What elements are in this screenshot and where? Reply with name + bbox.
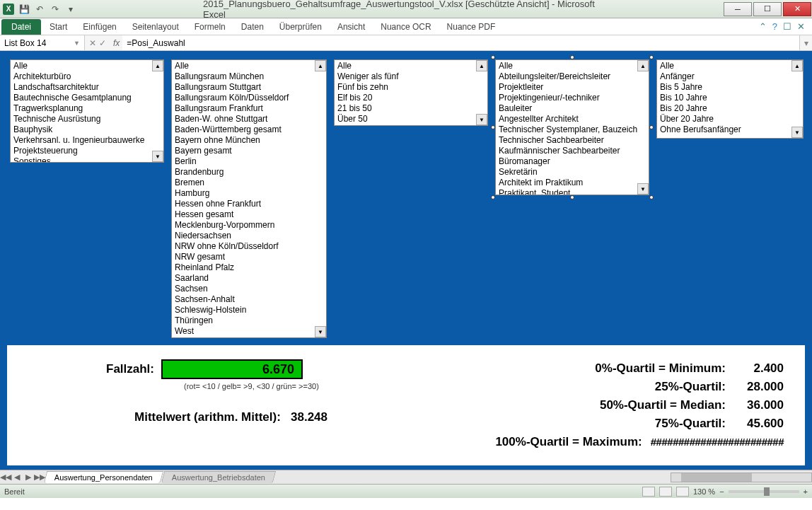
list-item[interactable]: Baden-Württemberg gesamt	[173, 124, 325, 135]
list-item[interactable]: Bis 10 Jahre	[659, 93, 801, 103]
scroll-up-icon[interactable]: ▲	[476, 60, 487, 71]
name-box[interactable]: List Box 14 ▼	[0, 35, 85, 50]
list-item[interactable]: Sachsen-Anhalt	[173, 294, 325, 305]
list-item[interactable]: Projektingenieur/-techniker	[497, 93, 647, 103]
tab-nuance-pdf[interactable]: Nuance PDF	[440, 19, 503, 35]
help-icon[interactable]: ?	[772, 21, 777, 32]
list-item[interactable]: Alle	[336, 61, 486, 71]
list-item[interactable]: Tragwerksplanung	[12, 103, 162, 114]
undo-icon[interactable]: ↶	[34, 4, 45, 15]
fx-icon[interactable]: fx	[110, 38, 122, 48]
list-item[interactable]: Über 50	[336, 114, 486, 124]
list-item[interactable]: Rheinland Pfalz	[173, 262, 325, 273]
scroll-up-icon[interactable]: ▲	[791, 60, 803, 71]
list-item[interactable]: Architekturbüro	[12, 71, 162, 82]
list-item[interactable]: Niedersachsen	[173, 231, 325, 241]
list-item[interactable]: 21 bis 50	[336, 103, 486, 114]
sheet-tab-betriebsdaten[interactable]: Auswertung_Betriebsdaten	[161, 471, 277, 483]
list-item[interactable]: Mecklenburg-Vorpommern	[173, 220, 325, 231]
name-box-dropdown-icon[interactable]: ▼	[74, 40, 80, 47]
zoom-slider[interactable]	[729, 490, 799, 493]
list-item[interactable]: Projektleiter	[497, 82, 647, 93]
page-layout-view-icon[interactable]	[659, 487, 672, 497]
list-item[interactable]: Bauphysik	[12, 124, 162, 135]
listbox-groesse[interactable]: AlleWeniger als fünfFünf bis zehnElf bis…	[334, 59, 488, 126]
list-item[interactable]: Weniger als fünf	[336, 71, 486, 82]
list-item[interactable]: Saarland	[173, 273, 325, 284]
close-button[interactable]: ✕	[783, 2, 811, 16]
list-item[interactable]: Anfänger	[659, 71, 801, 82]
list-item[interactable]: Büromanager	[497, 156, 647, 167]
tab-daten[interactable]: Daten	[234, 19, 271, 35]
prev-sheet-icon[interactable]: ◀	[11, 473, 23, 482]
list-item[interactable]: Alle	[12, 61, 162, 71]
list-item[interactable]: Ballungsraum Köln/Düsseldorf	[173, 93, 325, 103]
list-item[interactable]: Bis 5 Jahre	[659, 82, 801, 93]
list-item[interactable]: Ohne Berufsanfänger	[659, 124, 801, 135]
tab-start[interactable]: Start	[42, 19, 74, 35]
tab-ueberpruefen[interactable]: Überprüfen	[272, 19, 329, 35]
list-item[interactable]: West	[173, 326, 325, 337]
minimize-ribbon-icon[interactable]: ⌃	[759, 21, 767, 32]
expand-formula-bar-icon[interactable]: ▾	[799, 35, 812, 50]
close-workbook-icon[interactable]: ✕	[797, 21, 805, 32]
list-item[interactable]: Technischer Sachbearbeiter	[497, 135, 647, 146]
save-icon[interactable]: 💾	[18, 4, 30, 15]
list-item[interactable]: Angestellter Architekt	[497, 114, 647, 124]
list-item[interactable]: Ost	[173, 337, 325, 338]
qat-dropdown-icon[interactable]: ▾	[65, 4, 76, 15]
list-item[interactable]: Bayern gesamt	[173, 146, 325, 156]
scroll-down-icon[interactable]: ▼	[476, 114, 487, 125]
list-item[interactable]: Bayern ohne München	[173, 135, 325, 146]
listbox-region[interactable]: AlleBallungsraum MünchenBallungsraum Stu…	[171, 59, 327, 338]
list-item[interactable]: Bautechnische Gesamtplanung	[12, 93, 162, 103]
sheet-tab-personendaten[interactable]: Auswertung_Personendaten	[44, 471, 163, 483]
maximize-button[interactable]: ☐	[753, 2, 782, 16]
zoom-in-icon[interactable]: +	[804, 487, 808, 496]
listbox-erfahrung[interactable]: AlleAnfängerBis 5 JahreBis 10 JahreBis 2…	[656, 59, 804, 139]
scroll-down-icon[interactable]: ▼	[637, 183, 649, 195]
horizontal-scrollbar[interactable]	[671, 473, 812, 482]
list-item[interactable]: Alle	[659, 61, 801, 71]
list-item[interactable]: Verkehrsanl. u. Ingenieurbauwerke	[12, 135, 162, 146]
list-item[interactable]: Sachsen	[173, 284, 325, 294]
list-item[interactable]: Praktikant, Student	[497, 188, 647, 195]
tab-nuance-ocr[interactable]: Nuance OCR	[373, 19, 438, 35]
list-item[interactable]: Architekt im Praktikum	[497, 178, 647, 188]
list-item[interactable]: Ballungsraum München	[173, 71, 325, 82]
list-item[interactable]: Kaufmännischer Sachbearbeiter	[497, 146, 647, 156]
list-item[interactable]: Alle	[173, 61, 325, 71]
zoom-value[interactable]: 130 %	[693, 487, 715, 496]
list-item[interactable]: Thüringen	[173, 315, 325, 326]
normal-view-icon[interactable]	[642, 487, 655, 497]
zoom-out-icon[interactable]: −	[719, 487, 724, 496]
formula-input[interactable]: =Posi_Auswahl	[122, 35, 799, 50]
restore-window-icon[interactable]: ☐	[783, 21, 791, 32]
list-item[interactable]: Fünf bis zehn	[336, 82, 486, 93]
scroll-down-icon[interactable]: ▼	[791, 127, 803, 138]
list-item[interactable]: Projektsteuerung	[12, 146, 162, 156]
tab-seitenlayout[interactable]: Seitenlayout	[125, 19, 186, 35]
list-item[interactable]: Bis 20 Jahre	[659, 103, 801, 114]
list-item[interactable]: Alle	[497, 61, 647, 71]
list-item[interactable]: Brandenburg	[173, 167, 325, 178]
scroll-down-icon[interactable]: ▼	[315, 326, 326, 337]
scroll-up-icon[interactable]: ▲	[315, 60, 326, 71]
list-item[interactable]: Sekretärin	[497, 167, 647, 178]
list-item[interactable]: Hessen gesamt	[173, 209, 325, 220]
list-item[interactable]: Ballungsraum Frankfurt	[173, 103, 325, 114]
list-item[interactable]: Hessen ohne Frankfurt	[173, 199, 325, 209]
list-item[interactable]: Technischer Systemplaner, Bauzeich	[497, 124, 647, 135]
minimize-button[interactable]: ─	[724, 2, 752, 16]
list-item[interactable]: Sonstiges	[12, 156, 162, 163]
tab-formeln[interactable]: Formeln	[187, 19, 233, 35]
file-tab[interactable]: Datei	[1, 19, 41, 35]
list-item[interactable]: Technische Ausrüstung	[12, 114, 162, 124]
list-item[interactable]: Ballungsraum Stuttgart	[173, 82, 325, 93]
page-break-view-icon[interactable]	[676, 487, 689, 497]
list-item[interactable]: Schleswig-Holstein	[173, 305, 325, 315]
next-sheet-icon[interactable]: ▶	[23, 473, 34, 482]
list-item[interactable]: Baden-W. ohne Stuttgart	[173, 114, 325, 124]
list-item[interactable]: NRW ohne Köln/Düsseldorf	[173, 241, 325, 252]
list-item[interactable]: NRW gesamt	[173, 252, 325, 262]
